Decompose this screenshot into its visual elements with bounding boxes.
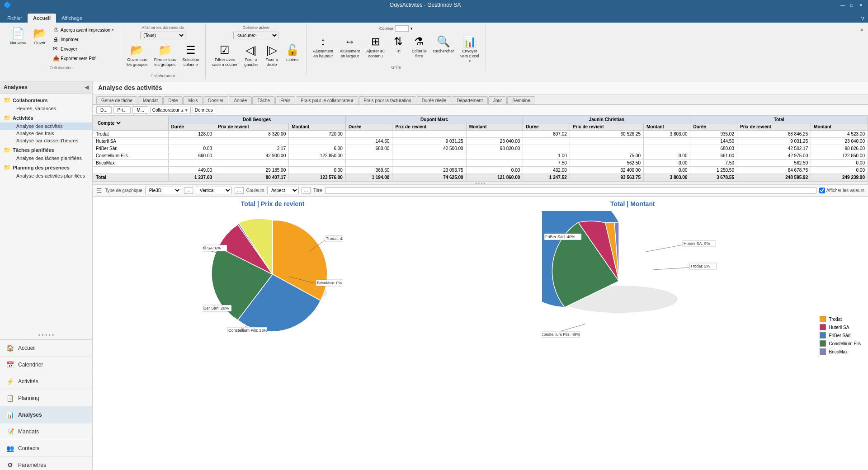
chart-panel-toggle[interactable]: ☰ <box>96 187 102 194</box>
btn-fixer-gauche[interactable]: ◁| Fixer àgauche <box>241 42 261 71</box>
tree-item-heures[interactable]: Heures, vacances <box>0 105 92 112</box>
ribbon-collapse[interactable]: ▲ <box>859 24 864 32</box>
btn-fermer-groupes[interactable]: 📁 Fermer tousles groupes <box>151 42 179 71</box>
close-btn[interactable]: ✕ <box>857 1 864 9</box>
tab-departement[interactable]: Département <box>452 96 488 104</box>
btn-tri[interactable]: ⇅ Tri <box>388 33 408 62</box>
tab-semaine[interactable]: Semaine <box>507 96 535 104</box>
nav-item-activites[interactable]: ⚡ Activités <box>0 373 92 390</box>
btn-rechercher[interactable]: 🔍 Rechercher <box>430 33 457 62</box>
btn-ajust-hauteur[interactable]: ↕ Ajustementen hauteur <box>310 33 336 62</box>
tree-item-analyse-activites[interactable]: Analyse des activités <box>0 122 92 130</box>
btn-envoyer[interactable]: ✉ Envoyer <box>51 44 116 53</box>
nav-item-parametres[interactable]: ⚙ Paramètres <box>0 457 92 470</box>
filter-btn-d[interactable]: D... <box>96 106 112 114</box>
couleur-arrow[interactable]: ▾ <box>410 26 413 31</box>
tab-duree-reelle[interactable]: Durée réelle <box>417 96 451 104</box>
chart-orientation-more-btn[interactable]: … <box>235 187 244 194</box>
tab-frais[interactable]: Frais <box>275 96 295 104</box>
tab-mandat[interactable]: Mandat <box>138 96 163 104</box>
table-row-0-col-11: 68 846.25 <box>737 131 811 138</box>
btn-ajuster-contenu[interactable]: ⊞ Ajuster aucontenu <box>363 33 387 62</box>
nav-item-mandats[interactable]: 📝 Mandats <box>0 423 92 440</box>
btn-apercu[interactable]: 🖨 Aperçu avant impression ▾ <box>51 25 116 34</box>
tree-item-analyse-taches[interactable]: Analyse des tâches planifiées <box>0 155 92 162</box>
main-layout: Analyses ◀ 📁 Collaborateurs Heures, vaca… <box>0 81 868 470</box>
nav-label-calendrier: Calendrier <box>18 362 43 368</box>
sidebar-collapse-btn[interactable]: ◀ <box>85 84 89 90</box>
pie1-constell-label: Constellium Fils: 26% <box>228 328 268 333</box>
pie1-trodat-label: Trodat: 42% <box>326 236 343 241</box>
maximize-btn[interactable]: □ <box>848 1 855 9</box>
tree-header-planning[interactable]: 📁 Planning des présences <box>0 163 92 172</box>
minimize-btn[interactable]: — <box>839 1 846 9</box>
tab-frais-collab[interactable]: Frais pour le collaborateur <box>296 96 358 104</box>
btn-ouvrir-groupes[interactable]: 📂 Ouvrir tousles groupes <box>124 42 151 71</box>
pie2-huterli-line <box>646 245 682 252</box>
btn-filtrer[interactable]: ☑ Filtrer aveccase à cocher <box>209 42 240 71</box>
show-values-input[interactable] <box>819 188 825 193</box>
btn-envoyer-excel[interactable]: 📊 Envoyervers Excel ▾ <box>458 33 482 62</box>
tree-header-collaborateurs[interactable]: 📁 Collaborateurs <box>0 95 92 105</box>
tree-item-analyse-frais[interactable]: Analyse des frais <box>0 130 92 137</box>
nav-item-analyses[interactable]: 📊 Analyses <box>0 407 92 423</box>
tab-genre-tache[interactable]: Genre de tâche <box>96 96 137 104</box>
legend-color-constellium <box>820 340 826 347</box>
btn-fixer-droite[interactable]: |▷ Fixer àdroite <box>262 42 282 71</box>
tree-header-activites[interactable]: 📁 Activités <box>0 113 92 122</box>
nav-item-calendrier[interactable]: 📅 Calendrier <box>0 357 92 373</box>
th-doll-mont: Montant <box>289 123 346 131</box>
btn-liberer[interactable]: 🔓 Libérer <box>283 42 302 71</box>
pie1-huterli-label: Huterli SA: 6% <box>203 246 221 250</box>
tab-affichage[interactable]: Affichage <box>56 14 88 23</box>
filter-dropdown-donnees[interactable]: Données <box>193 107 215 113</box>
tab-dossier[interactable]: Dossier <box>203 96 229 104</box>
chart-orientation-select[interactable]: Vertical <box>196 187 232 194</box>
btn-nouveau[interactable]: 📄 Nouveau <box>7 25 29 54</box>
folder-icon-collaborateurs: 📁 <box>4 97 11 103</box>
btn-exporter[interactable]: 📤 Exporter vers Pdf <box>51 54 116 63</box>
nav-item-planning[interactable]: 📋 Planning <box>0 390 92 407</box>
filter-btn-m[interactable]: M... <box>132 106 148 114</box>
tab-jour[interactable]: Jour <box>488 96 507 104</box>
filter-btn-pri[interactable]: Pri... <box>113 106 131 114</box>
tab-fichier[interactable]: Fichier <box>2 14 28 23</box>
tab-mois[interactable]: Mois <box>183 96 203 104</box>
sidebar-separator-dots[interactable]: • • • • • <box>0 331 92 339</box>
couleur-label: Couleur <box>379 26 394 31</box>
btn-selection-colonne[interactable]: ☰ Sélectioncolonne <box>179 42 202 71</box>
chart-type-select[interactable]: Pie3D <box>145 187 181 194</box>
btn-ajust-largeur[interactable]: ↔ Ajustementen largeur <box>337 33 363 62</box>
couleur-chart-select[interactable]: Aspect <box>267 187 299 194</box>
tab-tache[interactable]: Tâche <box>252 96 275 104</box>
help-btn[interactable]: ? <box>861 15 864 23</box>
show-values-checkbox[interactable]: Afficher les valeurs <box>819 188 864 193</box>
btn-ouvrir[interactable]: 📂 Ouvrir <box>30 25 50 54</box>
btn-editer-filtre[interactable]: ⚗ Editer lefiltre <box>409 33 429 62</box>
couleur-chart-more-btn[interactable]: … <box>302 187 311 194</box>
collab-dropdown[interactable]: (Tous) <box>140 32 185 39</box>
tab-frais-fact[interactable]: Frais pour la facturation <box>359 96 416 104</box>
table-row-2-col-5: 42 500.00 <box>392 145 466 152</box>
filter-dropdown-collab[interactable]: Collaborateur ▲▼ <box>150 107 191 113</box>
table-row-0-col-10: 935.02 <box>690 131 737 138</box>
tab-annee[interactable]: Année <box>229 96 252 104</box>
ribbon-group-grille: Couleur ▾ ↕ Ajustementen hauteur ↔ Ajust… <box>307 24 486 70</box>
titre-chart-input[interactable] <box>325 187 816 194</box>
tree-item-analyse-classe[interactable]: Analyse par classe d'heures <box>0 137 92 144</box>
tree-item-analyse-planifiees[interactable]: Analyse des activités planifiées <box>0 172 92 179</box>
colonne-dropdown[interactable]: <aucune> <box>233 32 278 39</box>
sidebar-chart-toggle[interactable]: ☰ <box>96 187 102 194</box>
tree-header-taches[interactable]: 📁 Tâches planifiées <box>0 145 92 155</box>
btn-imprimer[interactable]: 🖨 Imprimer <box>51 35 116 44</box>
chart-type-more-btn[interactable]: … <box>184 187 193 194</box>
colonne-active-label: Colonne active <box>242 25 269 30</box>
resize-handle[interactable]: • • • • <box>93 181 868 185</box>
nav-item-contacts[interactable]: 👥 Contacts <box>0 440 92 457</box>
btn-filtrer-label: Filtrer aveccase à cocher <box>212 57 237 67</box>
nav-item-accueil[interactable]: 🏠 Accueil <box>0 340 92 357</box>
compte-select[interactable]: Compte <box>96 120 122 126</box>
tab-accueil[interactable]: Accueil <box>28 14 56 23</box>
couleur-picker[interactable] <box>395 25 409 32</box>
tab-date[interactable]: Date <box>163 96 183 104</box>
